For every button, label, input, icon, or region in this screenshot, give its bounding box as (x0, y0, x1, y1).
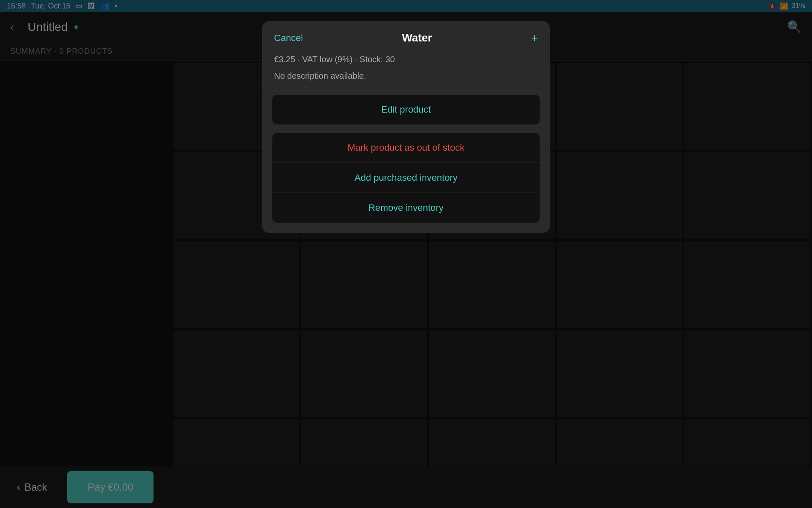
edit-product-label: Edit product (381, 104, 431, 115)
product-detail-modal: Cancel Water + €3.25 · VAT low (9%) · St… (262, 21, 550, 233)
mark-out-of-stock-label: Mark product as out of stock (348, 142, 464, 153)
remove-inventory-label: Remove inventory (368, 202, 443, 213)
modal-action-group: Mark product as out of stock Add purchas… (272, 133, 540, 223)
modal-product-info: €3.25 · VAT low (9%) · Stock: 30 (262, 53, 550, 71)
modal-description: No description available. (262, 71, 550, 88)
modal-divider (262, 88, 550, 88)
modal-header: Cancel Water + (262, 21, 550, 53)
modal-title: Water (402, 31, 432, 44)
remove-inventory-button[interactable]: Remove inventory (272, 193, 540, 223)
add-inventory-label: Add purchased inventory (354, 172, 457, 183)
mark-out-of-stock-button[interactable]: Mark product as out of stock (272, 133, 540, 163)
modal-add-button[interactable]: + (531, 32, 538, 44)
add-inventory-button[interactable]: Add purchased inventory (272, 163, 540, 193)
modal-cancel-button[interactable]: Cancel (274, 33, 303, 44)
edit-product-button[interactable]: Edit product (272, 95, 540, 124)
